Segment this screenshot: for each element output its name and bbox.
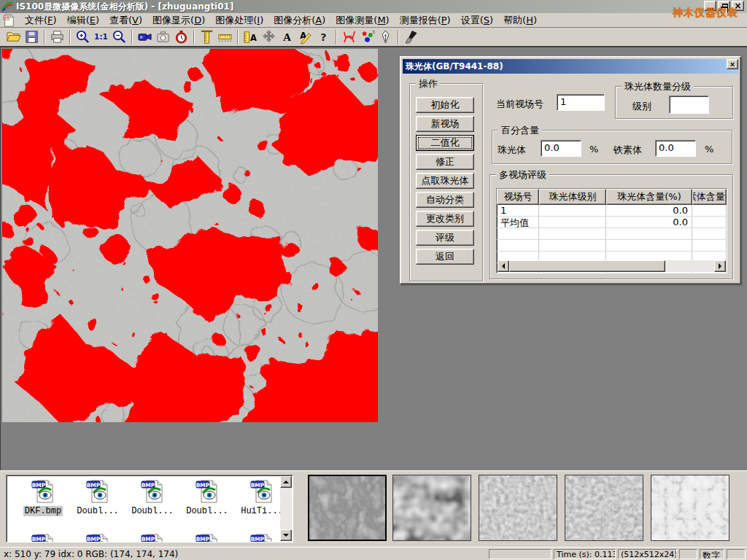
video-camera-icon[interactable] bbox=[136, 28, 154, 46]
toolbar-separator bbox=[336, 30, 337, 44]
actual-size-icon[interactable]: 1:1 bbox=[92, 28, 110, 46]
file-item-Doubl...[interactable]: BMPDoubl... bbox=[126, 478, 179, 516]
bmp-file-icon: BMP bbox=[140, 478, 165, 503]
file-item-row2-0[interactable]: BMP bbox=[17, 532, 69, 542]
file-item-row2-2[interactable]: BMP bbox=[126, 532, 179, 542]
text-icon[interactable]: A bbox=[278, 28, 296, 46]
op-button-5[interactable]: 自动分类 bbox=[416, 192, 474, 208]
table-cell bbox=[539, 205, 606, 216]
percent-group: 百分含量 bbox=[492, 130, 732, 164]
micrograph-image[interactable] bbox=[2, 49, 378, 422]
status-time-panel: Time (s): 0.113 bbox=[554, 549, 616, 559]
table-column-header-2: 珠光体含量(%) bbox=[606, 189, 692, 205]
menu-item-6[interactable]: 图像测量(M) bbox=[330, 13, 394, 27]
menu-item-0[interactable]: 文件(F) bbox=[20, 13, 62, 27]
menu-item-2[interactable]: 查看(V) bbox=[104, 13, 147, 27]
curve-icon[interactable] bbox=[340, 28, 358, 46]
svg-text:?: ? bbox=[320, 31, 326, 43]
dialog-close-button[interactable]: × bbox=[727, 59, 738, 69]
menu-item-5[interactable]: 图像分析(A) bbox=[268, 13, 330, 27]
measure-text-icon[interactable]: A bbox=[241, 28, 260, 46]
pearlite-dialog: 珠光体(GB/T9441-88) × 操作 初始化新视场二值化修正点取珠光体自动… bbox=[400, 56, 741, 284]
caliper-icon[interactable] bbox=[198, 28, 216, 46]
op-button-1[interactable]: 新视场 bbox=[416, 116, 474, 132]
file-item-Doubl...[interactable]: BMPDoubl... bbox=[181, 478, 233, 516]
op-button-8[interactable]: 返回 bbox=[416, 249, 474, 265]
help-icon[interactable]: ? bbox=[314, 28, 333, 46]
menu-item-7[interactable]: 测量报告(P) bbox=[395, 13, 456, 27]
op-button-7[interactable]: 评级 bbox=[416, 230, 474, 246]
brush-icon[interactable] bbox=[402, 28, 420, 46]
save-icon[interactable] bbox=[23, 28, 41, 46]
operation-group-label: 操作 bbox=[416, 77, 441, 90]
scrollbar-track[interactable] bbox=[509, 260, 714, 272]
thumbnail-specimen-2[interactable] bbox=[392, 475, 471, 541]
menu-item-3[interactable]: 图像显示(D) bbox=[147, 13, 210, 27]
stopwatch-icon[interactable] bbox=[172, 28, 190, 46]
scroll-left-button[interactable] bbox=[498, 260, 509, 272]
file-item-row2-3[interactable]: BMP bbox=[181, 532, 233, 542]
file-item-Doubl...[interactable]: BMPDoubl... bbox=[71, 478, 124, 516]
table-cell bbox=[539, 240, 606, 251]
menu-item-9[interactable]: 帮助(H) bbox=[498, 13, 542, 27]
thumbnail-specimen-3[interactable] bbox=[479, 475, 557, 541]
file-item-row2-1[interactable]: BMP bbox=[71, 532, 124, 542]
op-button-6[interactable]: 更改类别 bbox=[416, 211, 474, 227]
pen-icon[interactable] bbox=[376, 28, 395, 46]
thumbnail-specimen-1[interactable] bbox=[308, 475, 387, 541]
thumbnail-specimen-5[interactable] bbox=[651, 475, 729, 541]
color-markers-icon[interactable]: 3 bbox=[358, 28, 376, 46]
table-row-2[interactable] bbox=[497, 228, 727, 240]
toolbar-separator bbox=[237, 30, 239, 44]
camera-icon[interactable] bbox=[154, 28, 172, 46]
table-cell: 0.0 bbox=[606, 205, 692, 216]
table-row-0[interactable]: 10.0 bbox=[497, 205, 727, 217]
move-icon[interactable] bbox=[260, 28, 278, 46]
svg-text:1:1: 1:1 bbox=[94, 32, 108, 41]
app-icon bbox=[1, 0, 13, 14]
menu-item-1[interactable]: 编辑(E) bbox=[62, 13, 104, 27]
zoom-out-icon[interactable] bbox=[110, 28, 128, 46]
table-row-3[interactable] bbox=[497, 240, 727, 252]
scroll-up-button[interactable] bbox=[280, 476, 292, 488]
menu-item-8[interactable]: 设置(S) bbox=[456, 13, 498, 27]
annotate-icon[interactable]: A bbox=[296, 28, 314, 46]
op-button-3[interactable]: 修正 bbox=[416, 154, 474, 170]
bmp-file-icon: BMP bbox=[195, 532, 220, 542]
level-input[interactable] bbox=[669, 96, 709, 114]
op-button-4[interactable]: 点取珠光体 bbox=[416, 173, 474, 189]
file-list-scrollbar[interactable] bbox=[280, 476, 292, 541]
scroll-down-button[interactable] bbox=[280, 529, 292, 541]
document-icon[interactable] bbox=[2, 14, 15, 27]
op-button-0[interactable]: 初始化 bbox=[416, 97, 474, 113]
current-field-input[interactable]: 1 bbox=[557, 94, 605, 111]
file-name: Doubl... bbox=[130, 506, 175, 516]
table-cell bbox=[497, 228, 539, 239]
print-icon[interactable] bbox=[48, 28, 66, 46]
toolbar-separator bbox=[398, 30, 399, 44]
svg-text:BMP: BMP bbox=[32, 482, 46, 489]
window-title: IS100显微摄像系统(金相分析版) - [zhuguangti01] bbox=[16, 1, 233, 13]
application-window: IS100显微摄像系统(金相分析版) - [zhuguangti01] × 神木… bbox=[0, 0, 747, 560]
table-row-1[interactable]: 平均值0.0 bbox=[497, 217, 727, 228]
table-cell bbox=[539, 217, 606, 228]
cursor-position-readout: x: 510 y: 79 idx: 0 RGB: (174, 174, 174) bbox=[4, 549, 178, 559]
scrollbar-thumb[interactable] bbox=[509, 260, 665, 272]
op-button-2[interactable]: 二值化 bbox=[416, 135, 474, 151]
menu-item-4[interactable]: 图像处理(I) bbox=[210, 13, 268, 27]
thumbnail-specimen-4[interactable] bbox=[565, 475, 643, 541]
scroll-right-button[interactable] bbox=[714, 260, 726, 272]
toolbar-separator bbox=[131, 30, 133, 44]
table-horizontal-scrollbar[interactable] bbox=[498, 260, 726, 272]
table-cell bbox=[692, 217, 727, 228]
svg-text:BMP: BMP bbox=[142, 482, 155, 489]
svg-text:BMP: BMP bbox=[251, 482, 265, 489]
open-icon[interactable] bbox=[4, 28, 23, 46]
ferrite-percent-input[interactable]: 0.0 bbox=[655, 140, 696, 157]
table-column-header-0: 视场号 bbox=[497, 189, 539, 205]
zoom-in-icon[interactable] bbox=[74, 28, 92, 46]
pearlite-percent-input[interactable]: 0.0 bbox=[541, 140, 581, 157]
dialog-title-bar[interactable]: 珠光体(GB/T9441-88) bbox=[403, 59, 738, 74]
ruler-icon[interactable] bbox=[216, 28, 234, 46]
file-item-DKF.bmp[interactable]: BMPDKF.bmp bbox=[17, 478, 69, 516]
